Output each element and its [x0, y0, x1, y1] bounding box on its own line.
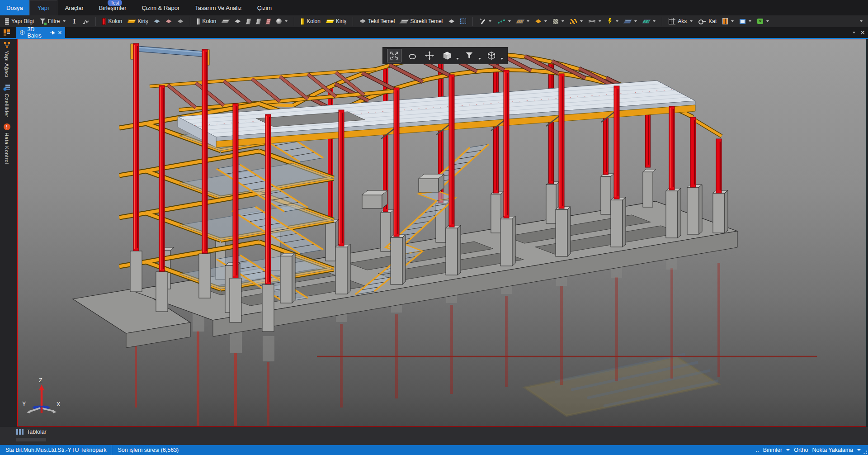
boundary-button[interactable]: [458, 18, 468, 25]
view-filter-button[interactable]: [462, 49, 476, 62]
composite-slab-button[interactable]: [641, 19, 658, 24]
menu-cizim-rapor[interactable]: Çizim & Rapor: [134, 0, 188, 15]
chevron-down-icon: [580, 20, 583, 22]
sidebar-item-ozellikler[interactable]: Özellikler: [3, 84, 10, 117]
snap-cut-button[interactable]: [755, 18, 771, 25]
status-bar: Sta Bil.Muh.Mus.Ltd.Sti.-YTU Teknopark S…: [0, 445, 868, 455]
orbit-button[interactable]: [405, 49, 419, 62]
deck-slab-button[interactable]: [622, 19, 639, 24]
status-dots: ..: [756, 447, 759, 453]
menu-araclar[interactable]: Araçlar: [57, 0, 91, 15]
menu-dosya[interactable]: Dosya: [0, 0, 29, 15]
view-cube-button[interactable]: [440, 49, 454, 62]
close-tab-icon[interactable]: ✕: [58, 30, 62, 36]
yapi-bilgi-button[interactable]: Yapı Bilgi: [3, 17, 36, 26]
filtre-button[interactable]: Filtre: [38, 17, 68, 25]
kat-button[interactable]: Kat: [696, 17, 719, 25]
tab-3d-bakis[interactable]: 3D Bakış ✕: [16, 27, 65, 38]
tablolar-button[interactable]: Tablolar: [16, 429, 47, 435]
dome-button[interactable]: [274, 18, 290, 25]
footing-icon: [359, 19, 366, 24]
chevron-down-icon[interactable]: [456, 58, 459, 60]
units-dropdown[interactable]: Birimler: [763, 447, 782, 453]
collapsed-panel-stub[interactable]: [16, 438, 46, 441]
left-sidebar: Yapı Ağacı Özellikler ! Hata Kontrol: [0, 39, 14, 427]
masonry-wall-icon: [266, 19, 271, 24]
test-badge: Test: [108, 0, 122, 6]
panel-tool-button[interactable]: [737, 18, 754, 25]
zigzag-truss-icon: [607, 18, 613, 24]
chevron-down-icon: [489, 20, 491, 22]
curve-tool-button[interactable]: [80, 18, 91, 25]
menu-tasarim-analiz[interactable]: Tasarım Ve Analiz: [187, 0, 249, 15]
chevron-down-icon[interactable]: [857, 449, 861, 451]
storey-icon: [698, 19, 706, 24]
sidebar-item-hata-kontrol[interactable]: ! Hata Kontrol: [4, 123, 10, 164]
points-icon: [497, 19, 505, 24]
points-tool-button[interactable]: [495, 18, 513, 24]
steel-kolon-button[interactable]: Kolon: [100, 17, 124, 26]
snap-dropdown[interactable]: Nokta Yakalama: [812, 447, 853, 453]
hatch-tool-button[interactable]: [514, 19, 532, 24]
wall-icon: [246, 19, 251, 24]
zoom-extents-button[interactable]: [387, 49, 401, 62]
chevron-down-icon[interactable]: [786, 449, 790, 451]
wand-tool-button[interactable]: [477, 17, 494, 25]
star-tool-button[interactable]: [533, 19, 549, 24]
panel-layout-button[interactable]: [0, 27, 14, 38]
chevron-down-icon[interactable]: [500, 58, 503, 60]
viewport-3d[interactable]: Z Y X: [17, 39, 866, 427]
section-tool-button[interactable]: [69, 17, 79, 26]
concrete-plate-button[interactable]: [232, 19, 243, 24]
aks-button[interactable]: Aks: [666, 17, 695, 25]
window-tool-button[interactable]: [720, 17, 736, 25]
chevron-down-icon: [527, 20, 529, 22]
truss-tool-button[interactable]: [605, 17, 621, 25]
menu-yapi[interactable]: Yapı: [29, 0, 57, 15]
concrete-kolon-button[interactable]: Kolon: [194, 17, 219, 26]
wall-button[interactable]: [244, 18, 253, 25]
concrete-slab-button[interactable]: [220, 19, 231, 24]
axonometry-button[interactable]: [484, 49, 499, 62]
menu-cizim[interactable]: Çizim: [250, 0, 280, 15]
tab-list-dropdown-icon[interactable]: [853, 32, 855, 33]
sidebar-label: Özellikler: [4, 94, 9, 117]
timber-kolon-button[interactable]: Kolon: [298, 17, 323, 26]
pan-button[interactable]: [422, 49, 437, 62]
diamond-slab-gray-icon: [178, 19, 184, 23]
sphere-icon: [276, 19, 282, 24]
axonometric-cube-icon: [486, 51, 496, 61]
fill-tool-button[interactable]: [551, 18, 566, 25]
chevron-down-icon[interactable]: [478, 58, 481, 60]
kiris-label: Kiriş: [137, 18, 148, 24]
slab-icon: [221, 19, 230, 23]
timber-kiris-button[interactable]: Kiriş: [324, 17, 349, 25]
pan-icon: [425, 51, 434, 61]
tekil-temel-button[interactable]: Tekil Temel: [357, 17, 397, 25]
raft-button[interactable]: [446, 19, 457, 24]
chevron-down-icon: [634, 20, 637, 22]
masonry-wall-button[interactable]: [264, 18, 273, 25]
resize-grip[interactable]: [862, 449, 868, 455]
slab-blue-button[interactable]: [152, 19, 162, 24]
brace-tool-button[interactable]: [586, 18, 604, 24]
sidebar-item-yapi-agaci[interactable]: Yapı Ağacı: [4, 42, 10, 78]
chevron-down-icon: [285, 20, 288, 22]
steel-kiris-button[interactable]: Kiriş: [126, 17, 150, 25]
model-pile-caps[interactable]: [362, 174, 444, 209]
slab-pink-button[interactable]: [164, 19, 174, 24]
model-blue-beam[interactable]: [131, 44, 209, 65]
diamond-slab-pink-icon: [166, 19, 172, 23]
model-canvas[interactable]: Z Y X: [18, 39, 866, 426]
rebar-tool-button[interactable]: [568, 18, 585, 25]
toolbar-overflow-icon[interactable]: [860, 20, 863, 22]
surekli-temel-button[interactable]: Sürekli Temel: [398, 17, 445, 25]
pin-icon[interactable]: [50, 30, 55, 36]
slab-gray-button[interactable]: [175, 19, 186, 24]
close-view-icon[interactable]: ✕: [860, 29, 865, 36]
yellow-column-icon: [301, 18, 304, 25]
wall2-button[interactable]: [254, 18, 263, 25]
ortho-toggle[interactable]: Ortho: [794, 447, 808, 453]
hatch-slab-icon: [516, 19, 525, 24]
wall-icon: [256, 19, 261, 24]
